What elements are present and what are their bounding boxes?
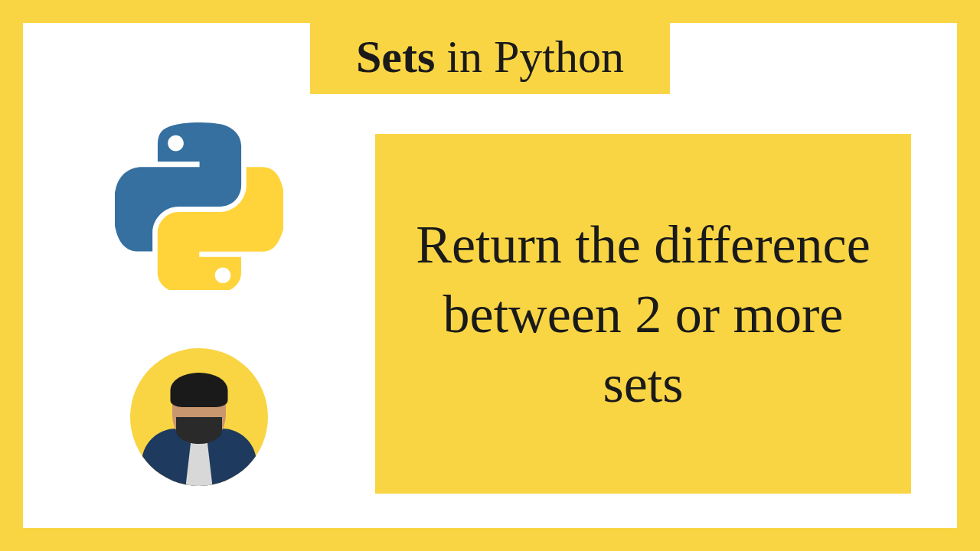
title-rest-part: in Python — [435, 31, 624, 82]
python-logo-icon — [115, 122, 283, 291]
title-bold-part: Sets — [356, 31, 435, 82]
avatar-person — [138, 364, 260, 486]
inner-frame: Sets in Python Return the difference bet… — [23, 23, 957, 528]
title-box: Sets in Python — [310, 23, 670, 94]
title-text: Sets in Python — [356, 31, 624, 82]
presenter-avatar — [130, 348, 268, 486]
content-text: Return the difference between 2 or more … — [413, 210, 873, 419]
avatar-hair — [171, 373, 228, 407]
content-box: Return the difference between 2 or more … — [375, 134, 911, 494]
avatar-beard — [176, 417, 222, 444]
outer-frame: Sets in Python Return the difference bet… — [0, 0, 980, 551]
